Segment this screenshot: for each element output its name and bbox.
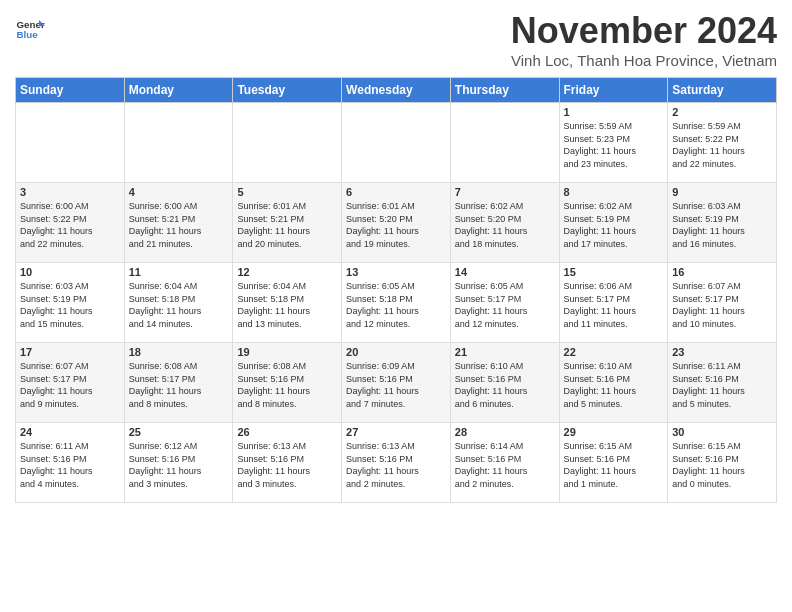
day-info: Sunrise: 6:04 AM Sunset: 5:18 PM Dayligh… — [129, 280, 229, 330]
location-title: Vinh Loc, Thanh Hoa Province, Vietnam — [511, 52, 777, 69]
day-info: Sunrise: 6:02 AM Sunset: 5:20 PM Dayligh… — [455, 200, 555, 250]
weekday-header-tuesday: Tuesday — [233, 78, 342, 103]
day-info: Sunrise: 6:10 AM Sunset: 5:16 PM Dayligh… — [564, 360, 664, 410]
week-row-1: 1Sunrise: 5:59 AM Sunset: 5:23 PM Daylig… — [16, 103, 777, 183]
calendar-cell: 1Sunrise: 5:59 AM Sunset: 5:23 PM Daylig… — [559, 103, 668, 183]
calendar-cell: 13Sunrise: 6:05 AM Sunset: 5:18 PM Dayli… — [342, 263, 451, 343]
weekday-header-sunday: Sunday — [16, 78, 125, 103]
day-info: Sunrise: 6:14 AM Sunset: 5:16 PM Dayligh… — [455, 440, 555, 490]
day-info: Sunrise: 6:07 AM Sunset: 5:17 PM Dayligh… — [20, 360, 120, 410]
day-number: 26 — [237, 426, 337, 438]
calendar-cell: 27Sunrise: 6:13 AM Sunset: 5:16 PM Dayli… — [342, 423, 451, 503]
month-title: November 2024 — [511, 10, 777, 52]
calendar-cell: 14Sunrise: 6:05 AM Sunset: 5:17 PM Dayli… — [450, 263, 559, 343]
day-number: 12 — [237, 266, 337, 278]
weekday-header-row: SundayMondayTuesdayWednesdayThursdayFrid… — [16, 78, 777, 103]
calendar-cell: 10Sunrise: 6:03 AM Sunset: 5:19 PM Dayli… — [16, 263, 125, 343]
day-number: 13 — [346, 266, 446, 278]
day-info: Sunrise: 6:10 AM Sunset: 5:16 PM Dayligh… — [455, 360, 555, 410]
day-number: 17 — [20, 346, 120, 358]
day-info: Sunrise: 6:08 AM Sunset: 5:16 PM Dayligh… — [237, 360, 337, 410]
day-info: Sunrise: 5:59 AM Sunset: 5:23 PM Dayligh… — [564, 120, 664, 170]
day-number: 2 — [672, 106, 772, 118]
calendar-cell: 5Sunrise: 6:01 AM Sunset: 5:21 PM Daylig… — [233, 183, 342, 263]
day-number: 24 — [20, 426, 120, 438]
calendar-cell: 23Sunrise: 6:11 AM Sunset: 5:16 PM Dayli… — [668, 343, 777, 423]
day-number: 4 — [129, 186, 229, 198]
calendar-cell: 2Sunrise: 5:59 AM Sunset: 5:22 PM Daylig… — [668, 103, 777, 183]
week-row-3: 10Sunrise: 6:03 AM Sunset: 5:19 PM Dayli… — [16, 263, 777, 343]
title-area: November 2024 Vinh Loc, Thanh Hoa Provin… — [511, 10, 777, 69]
day-number: 3 — [20, 186, 120, 198]
day-info: Sunrise: 6:05 AM Sunset: 5:17 PM Dayligh… — [455, 280, 555, 330]
calendar-cell: 24Sunrise: 6:11 AM Sunset: 5:16 PM Dayli… — [16, 423, 125, 503]
day-info: Sunrise: 6:11 AM Sunset: 5:16 PM Dayligh… — [672, 360, 772, 410]
day-info: Sunrise: 6:15 AM Sunset: 5:16 PM Dayligh… — [672, 440, 772, 490]
calendar-cell: 12Sunrise: 6:04 AM Sunset: 5:18 PM Dayli… — [233, 263, 342, 343]
calendar-cell: 3Sunrise: 6:00 AM Sunset: 5:22 PM Daylig… — [16, 183, 125, 263]
week-row-2: 3Sunrise: 6:00 AM Sunset: 5:22 PM Daylig… — [16, 183, 777, 263]
day-number: 8 — [564, 186, 664, 198]
day-info: Sunrise: 6:13 AM Sunset: 5:16 PM Dayligh… — [237, 440, 337, 490]
logo: General Blue — [15, 14, 49, 44]
day-number: 5 — [237, 186, 337, 198]
weekday-header-thursday: Thursday — [450, 78, 559, 103]
calendar-cell: 8Sunrise: 6:02 AM Sunset: 5:19 PM Daylig… — [559, 183, 668, 263]
day-number: 22 — [564, 346, 664, 358]
day-number: 21 — [455, 346, 555, 358]
day-number: 11 — [129, 266, 229, 278]
day-number: 29 — [564, 426, 664, 438]
day-info: Sunrise: 6:03 AM Sunset: 5:19 PM Dayligh… — [672, 200, 772, 250]
day-info: Sunrise: 6:04 AM Sunset: 5:18 PM Dayligh… — [237, 280, 337, 330]
day-number: 1 — [564, 106, 664, 118]
day-info: Sunrise: 6:06 AM Sunset: 5:17 PM Dayligh… — [564, 280, 664, 330]
day-info: Sunrise: 6:03 AM Sunset: 5:19 PM Dayligh… — [20, 280, 120, 330]
day-info: Sunrise: 6:00 AM Sunset: 5:21 PM Dayligh… — [129, 200, 229, 250]
calendar-cell: 17Sunrise: 6:07 AM Sunset: 5:17 PM Dayli… — [16, 343, 125, 423]
day-info: Sunrise: 6:09 AM Sunset: 5:16 PM Dayligh… — [346, 360, 446, 410]
day-number: 6 — [346, 186, 446, 198]
calendar-cell: 9Sunrise: 6:03 AM Sunset: 5:19 PM Daylig… — [668, 183, 777, 263]
calendar-cell: 28Sunrise: 6:14 AM Sunset: 5:16 PM Dayli… — [450, 423, 559, 503]
calendar-cell: 30Sunrise: 6:15 AM Sunset: 5:16 PM Dayli… — [668, 423, 777, 503]
calendar-cell — [16, 103, 125, 183]
day-number: 9 — [672, 186, 772, 198]
day-number: 14 — [455, 266, 555, 278]
day-number: 27 — [346, 426, 446, 438]
day-number: 20 — [346, 346, 446, 358]
weekday-header-wednesday: Wednesday — [342, 78, 451, 103]
calendar-cell — [450, 103, 559, 183]
day-info: Sunrise: 6:01 AM Sunset: 5:21 PM Dayligh… — [237, 200, 337, 250]
day-number: 25 — [129, 426, 229, 438]
calendar-cell — [124, 103, 233, 183]
day-number: 19 — [237, 346, 337, 358]
day-info: Sunrise: 6:02 AM Sunset: 5:19 PM Dayligh… — [564, 200, 664, 250]
calendar-cell: 29Sunrise: 6:15 AM Sunset: 5:16 PM Dayli… — [559, 423, 668, 503]
day-info: Sunrise: 6:07 AM Sunset: 5:17 PM Dayligh… — [672, 280, 772, 330]
calendar-cell: 7Sunrise: 6:02 AM Sunset: 5:20 PM Daylig… — [450, 183, 559, 263]
day-number: 16 — [672, 266, 772, 278]
day-info: Sunrise: 5:59 AM Sunset: 5:22 PM Dayligh… — [672, 120, 772, 170]
calendar-cell: 22Sunrise: 6:10 AM Sunset: 5:16 PM Dayli… — [559, 343, 668, 423]
calendar-cell: 4Sunrise: 6:00 AM Sunset: 5:21 PM Daylig… — [124, 183, 233, 263]
day-info: Sunrise: 6:01 AM Sunset: 5:20 PM Dayligh… — [346, 200, 446, 250]
day-number: 28 — [455, 426, 555, 438]
day-info: Sunrise: 6:11 AM Sunset: 5:16 PM Dayligh… — [20, 440, 120, 490]
calendar-cell: 6Sunrise: 6:01 AM Sunset: 5:20 PM Daylig… — [342, 183, 451, 263]
day-info: Sunrise: 6:12 AM Sunset: 5:16 PM Dayligh… — [129, 440, 229, 490]
day-number: 7 — [455, 186, 555, 198]
week-row-5: 24Sunrise: 6:11 AM Sunset: 5:16 PM Dayli… — [16, 423, 777, 503]
calendar-table: SundayMondayTuesdayWednesdayThursdayFrid… — [15, 77, 777, 503]
day-number: 10 — [20, 266, 120, 278]
day-number: 30 — [672, 426, 772, 438]
calendar-cell: 26Sunrise: 6:13 AM Sunset: 5:16 PM Dayli… — [233, 423, 342, 503]
day-number: 23 — [672, 346, 772, 358]
day-number: 15 — [564, 266, 664, 278]
calendar-cell: 11Sunrise: 6:04 AM Sunset: 5:18 PM Dayli… — [124, 263, 233, 343]
day-info: Sunrise: 6:15 AM Sunset: 5:16 PM Dayligh… — [564, 440, 664, 490]
calendar-cell: 20Sunrise: 6:09 AM Sunset: 5:16 PM Dayli… — [342, 343, 451, 423]
page-header: General Blue November 2024 Vinh Loc, Tha… — [15, 10, 777, 69]
calendar-cell: 16Sunrise: 6:07 AM Sunset: 5:17 PM Dayli… — [668, 263, 777, 343]
logo-icon: General Blue — [15, 14, 45, 44]
day-info: Sunrise: 6:00 AM Sunset: 5:22 PM Dayligh… — [20, 200, 120, 250]
